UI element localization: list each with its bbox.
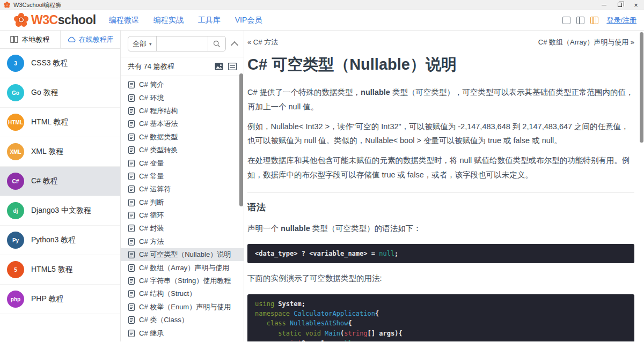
chapter-item-5[interactable]: C# 类型转换 [121,144,244,157]
example-intro: 下面的实例演示了可空数据类型的用法: [247,271,634,286]
sidebar-course-item-6[interactable]: PyPython3 教程 [0,226,120,255]
article-panel: « C# 方法 C# 数组（Array）声明与使用 » C# 可空类型（Null… [244,31,644,341]
sidebar-course-item-8[interactable]: phpPHP 教程 [0,285,120,314]
nav-item-0[interactable]: 编程微课 [109,16,139,25]
course-label: Go 教程 [31,88,58,98]
chapter-item-12[interactable]: C# 方法 [121,235,244,248]
syntax-intro: 声明一个 nullable 类型（可空类型）的语法如下： [247,221,634,236]
course-label: HTML5 教程 [31,265,73,274]
tab-local-tutorials[interactable]: 本地教程 [0,31,61,48]
sidebar-course-item-2[interactable]: HTMLHTML 教程 [0,108,120,137]
chapter-item-13[interactable]: C# 可空类型（Nullable）说明 [121,248,244,261]
document-icon [128,238,135,246]
chapter-item-16[interactable]: C# 结构（Struct） [121,287,244,300]
chapter-item-18[interactable]: C# 类（Class） [121,314,244,326]
chapter-item-19[interactable]: C# 继承 [121,326,244,339]
chapter-item-0[interactable]: C# 简介 [121,78,244,91]
chapter-label: C# 继承 [139,329,164,338]
chapter-item-11[interactable]: C# 封装 [121,222,244,235]
chapter-item-7[interactable]: C# 常量 [121,170,244,183]
chapter-scrollbar[interactable] [239,73,243,206]
chapter-label: C# 数组（Array）声明与使用 [139,263,229,273]
course-badge-icon: Py [7,232,24,249]
main-scrollbar[interactable] [640,32,643,143]
article-paragraph: 例如，Nullable< Int32 >，读作"可空的 Int32"，可以被赋值… [247,120,634,148]
caret-down-icon: ▾ [149,41,152,47]
restore-button[interactable] [612,0,628,10]
chapter-label: C# 字符串（String）使用教程 [139,276,231,286]
sidebar-course-item-5[interactable]: djDjango3 中文教程 [0,196,120,226]
search-button[interactable] [208,36,225,51]
document-icon [128,173,135,180]
filter-dropdown[interactable]: 全部 ▾ [128,36,157,51]
chapter-item-8[interactable]: C# 运算符 [121,183,244,196]
brand-logo[interactable]: W3Cschool [14,13,96,27]
prev-chapter-link[interactable]: « C# 方法 [247,38,278,47]
chapter-label: C# 可空类型（Nullable）说明 [139,250,231,259]
window-titlebar: W3Cschool编程狮 × [0,0,644,10]
tutorial-count: 共有 74 篇教程 [128,62,174,71]
course-label: CSS3 教程 [31,58,68,68]
nav-item-1[interactable]: 编程实战 [153,16,184,25]
document-icon [128,107,135,115]
sidebar-course-item-7[interactable]: 5HTML5 教程 [0,255,120,285]
chapter-item-4[interactable]: C# 数据类型 [121,131,244,144]
sidebar-course-item-3[interactable]: XMLXML 教程 [0,137,120,167]
chapter-item-6[interactable]: C# 变量 [121,157,244,169]
chapter-item-1[interactable]: C# 环境 [121,91,244,104]
collapse-button chevron-up-icon[interactable] [231,40,238,48]
document-icon [128,251,135,258]
course-label: Django3 中文教程 [31,206,91,215]
course-badge-icon: HTML [7,114,24,131]
chapter-label: C# 变量 [139,159,164,168]
course-badge-icon: Go [7,84,24,101]
login-register-link[interactable]: 登录/注册 [606,16,636,25]
document-icon [128,277,135,285]
brand-flower-icon [14,13,28,27]
sidebar-course-item-4[interactable]: C#C# 教程 [0,167,120,196]
chapter-label: C# 运算符 [139,184,171,194]
document-icon [128,160,135,167]
chapter-label: C# 枚举（Enum）声明与使用 [139,302,231,312]
document-icon [128,146,135,154]
cloud-icon [67,36,76,43]
minimize-button[interactable] [596,0,612,10]
chapter-item-20[interactable]: C# 多态性 [121,340,244,341]
chapter-item-17[interactable]: C# 枚举（Enum）声明与使用 [121,301,244,314]
chapter-label: C# 常量 [139,172,164,181]
nav-item-3[interactable]: VIP会员 [235,16,262,25]
single-column-icon[interactable] [562,17,570,24]
chapter-item-10[interactable]: C# 循环 [121,209,244,222]
chapter-item-15[interactable]: C# 字符串（String）使用教程 [121,274,244,287]
tab-online-library[interactable]: 在线教程库 [61,31,121,48]
chapter-label: C# 类（Class） [139,315,188,325]
close-button[interactable]: × [628,0,644,10]
course-label: XML 教程 [31,147,63,157]
chapter-item-3[interactable]: C# 基本语法 [121,117,244,130]
two-column-icon[interactable] [576,17,584,24]
search-icon [213,40,221,48]
chapter-label: C# 方法 [139,237,164,247]
book-icon [10,36,18,43]
chapter-list: C# 简介C# 环境C# 程序结构C# 基本语法C# 数据类型C# 类型转换C#… [121,76,244,341]
nav-item-2[interactable]: 工具库 [198,16,221,25]
sidebar-course-item-1[interactable]: GoGo 教程 [0,78,120,108]
count-row: 共有 74 篇教程 [121,57,244,76]
chapter-item-9[interactable]: C# 判断 [121,196,244,209]
search-input[interactable] [157,36,208,51]
window-title: W3Cschool编程狮 [13,1,61,9]
course-badge-icon: dj [7,202,24,219]
sidebar-course-item-0[interactable]: 3CSS3 教程 [0,49,120,78]
chapter-panel: 全部 ▾ 共有 74 篇教程 [121,31,244,341]
chapter-label: C# 简介 [139,80,164,90]
document-icon [128,120,135,128]
course-label: PHP 教程 [31,294,63,304]
chapter-label: C# 程序结构 [139,106,178,116]
section-divider [247,192,634,193]
three-column-icon[interactable] [590,17,598,24]
chapter-item-2[interactable]: C# 程序结构 [121,105,244,117]
image-view-icon[interactable] [215,63,223,70]
text-view-icon[interactable] [228,63,237,70]
next-chapter-link[interactable]: C# 数组（Array）声明与使用 » [538,38,634,47]
chapter-item-14[interactable]: C# 数组（Array）声明与使用 [121,261,244,274]
